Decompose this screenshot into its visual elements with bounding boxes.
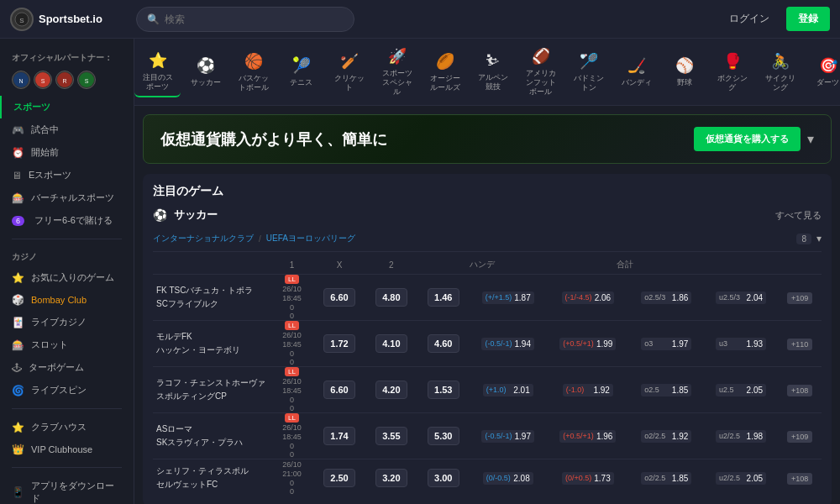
handi-2-1[interactable]: (+0.5/+1) 1.99 <box>547 321 629 367</box>
odds-btn-1-3[interactable]: 1.74 <box>323 427 355 445</box>
buy-crypto-button[interactable]: 仮想通貨を購入する <box>694 127 801 151</box>
odds-x-1[interactable]: 4.10 <box>365 321 417 367</box>
tab-tennis[interactable]: 🎾 テニス <box>278 51 324 92</box>
total-1-2[interactable]: o2.5 1.85 <box>629 367 704 413</box>
tab-cycling[interactable]: 🚴 サイクリング <box>757 47 803 97</box>
tab-basketball[interactable]: 🏀 バスケットボール <box>230 47 276 97</box>
more-4[interactable]: +108 <box>778 459 822 497</box>
sidebar-item-bombay[interactable]: 🎲 Bombay Club <box>0 289 134 311</box>
odds-btn-x-2[interactable]: 4.20 <box>375 381 407 399</box>
handi-2-0[interactable]: (-1/-4.5) 2.06 <box>547 275 629 321</box>
sidebar-item-favorites[interactable]: ⭐ お気に入りのゲーム <box>0 266 134 289</box>
tab-soccer[interactable]: ⚽ サッカー <box>182 51 228 92</box>
more-badge-3[interactable]: +109 <box>787 431 812 443</box>
tab-baseball[interactable]: ⚾ 野球 <box>661 51 707 92</box>
odds-btn-1-2[interactable]: 6.60 <box>323 381 355 399</box>
odds-1-3[interactable]: 1.74 <box>313 413 365 459</box>
sidebar-item-esports[interactable]: 🖥 Eスポーツ <box>0 164 134 186</box>
more-badge-0[interactable]: +109 <box>787 292 812 304</box>
odds-btn-x-4[interactable]: 3.20 <box>375 469 407 487</box>
odds-btn-2-3[interactable]: 5.30 <box>428 427 459 445</box>
sidebar-item-live-casino[interactable]: 🃏 ライブカジノ <box>0 311 134 333</box>
odds-x-2[interactable]: 4.20 <box>365 367 417 413</box>
handi-2-3[interactable]: (+0.5/+1) 1.96 <box>547 413 629 459</box>
handi-1-1[interactable]: (-0.5/-1) 1.94 <box>470 321 547 367</box>
odds-2-4[interactable]: 3.00 <box>417 459 470 497</box>
register-button[interactable]: 登録 <box>786 7 830 31</box>
tab-darts[interactable]: 🎯 ダーツ <box>805 51 840 92</box>
total-2-3[interactable]: u2/2.5 1.98 <box>704 413 779 459</box>
search-input[interactable] <box>165 13 344 25</box>
login-button[interactable]: ログイン <box>721 8 778 29</box>
sidebar-item-livespin[interactable]: 🌀 ライブスピン <box>0 379 134 402</box>
sidebar-item-vip[interactable]: 👑 VIP Clubhouse <box>0 438 134 460</box>
tab-bandy[interactable]: 🏒 バンディ <box>613 51 659 92</box>
sidebar-item-app-download[interactable]: 📱 アプリをダウンロード <box>0 475 134 504</box>
search-bar[interactable]: 🔍 <box>136 7 354 32</box>
league-competition-link[interactable]: UEFAヨーロッパリーグ <box>266 233 355 244</box>
promo-expand-icon[interactable]: ▾ <box>807 131 814 147</box>
total-1-1[interactable]: o3 1.97 <box>629 321 704 367</box>
tab-featured-sports[interactable]: ⭐ 注目のスポーツ <box>134 46 181 98</box>
sidebar-item-turbo[interactable]: 🕹 ターボゲーム <box>0 356 134 379</box>
odds-btn-x-0[interactable]: 4.80 <box>375 288 407 307</box>
handi-1-3[interactable]: (-0.5/-1) 1.97 <box>470 413 547 459</box>
more-2[interactable]: +108 <box>778 367 822 413</box>
more-badge-1[interactable]: +110 <box>787 339 812 350</box>
odds-2-2[interactable]: 1.53 <box>417 367 470 413</box>
odds-2-1[interactable]: 4.60 <box>417 321 470 367</box>
tab-cricket[interactable]: 🏏 クリケット <box>326 47 372 97</box>
more-1[interactable]: +110 <box>778 321 822 367</box>
total-2-0[interactable]: u2.5/3 2.04 <box>704 275 779 321</box>
total-2-4[interactable]: u2/2.5 2.05 <box>704 459 779 497</box>
odds-1-4[interactable]: 2.50 <box>313 459 365 497</box>
tab-sports-special[interactable]: 🚀 スポーツスペシャル <box>374 42 420 101</box>
total-2-1[interactable]: u3 1.93 <box>704 321 779 367</box>
tab-alpine[interactable]: ⛷ アルペン競技 <box>470 47 516 97</box>
odds-x-0[interactable]: 4.80 <box>365 275 417 321</box>
odds-1-0[interactable]: 6.60 <box>313 275 365 321</box>
odds-btn-2-1[interactable]: 4.60 <box>428 334 459 353</box>
odds-btn-x-3[interactable]: 3.55 <box>375 427 407 445</box>
sidebar-item-clubhouse[interactable]: ⭐ クラブハウス <box>0 416 134 438</box>
league-link[interactable]: インターナショナルクラブ <box>153 233 254 244</box>
sidebar-item-virtual[interactable]: 🎰 バーチャルスポーツ <box>0 186 134 209</box>
sidebar-item-free66[interactable]: 6 フリー6-6で賭ける <box>0 209 134 232</box>
tab-aussie-rules[interactable]: 🏉 オージールールズ <box>422 47 468 97</box>
odds-2-0[interactable]: 1.46 <box>417 275 470 321</box>
tab-boxing[interactable]: 🥊 ボクシング <box>709 47 755 97</box>
handi-2-4[interactable]: (0/+0.5) 1.73 <box>547 459 629 497</box>
sidebar-item-upcoming[interactable]: ⏰ 開始前 <box>0 141 134 164</box>
see-all-link[interactable]: すべて見る <box>775 209 822 222</box>
odds-btn-2-2[interactable]: 1.53 <box>428 381 459 399</box>
total-2-2[interactable]: u2.5 2.05 <box>704 367 779 413</box>
tab-badminton[interactable]: 🏸 バドミントン <box>565 47 612 97</box>
odds-2-3[interactable]: 5.30 <box>417 413 470 459</box>
odds-btn-1-1[interactable]: 1.72 <box>323 334 355 353</box>
total-1-3[interactable]: o2/2.5 1.92 <box>629 413 704 459</box>
odds-btn-2-4[interactable]: 3.00 <box>428 469 459 487</box>
handi-2-2[interactable]: (-1.0) 1.92 <box>547 367 629 413</box>
tab-american-football[interactable]: 🏈 アメリカンフットボール <box>517 42 564 101</box>
handi-1-0[interactable]: (+/+1.5) 1.87 <box>470 275 547 321</box>
sidebar-item-slots[interactable]: 🎰 スロット <box>0 333 134 356</box>
more-3[interactable]: +109 <box>778 413 822 459</box>
handi-1-4[interactable]: (0/-0.5) 2.08 <box>470 459 547 497</box>
total-1-4[interactable]: o2/2.5 1.85 <box>629 459 704 497</box>
handi-1-2[interactable]: (+1.0) 2.01 <box>470 367 547 413</box>
more-0[interactable]: +109 <box>778 275 822 321</box>
odds-btn-x-1[interactable]: 4.10 <box>375 334 407 353</box>
sidebar-item-live[interactable]: 🎮 試合中 <box>0 118 134 141</box>
odds-btn-1-0[interactable]: 6.60 <box>323 288 355 307</box>
odds-btn-1-4[interactable]: 2.50 <box>323 469 355 487</box>
total-1-0[interactable]: o2.5/3 1.86 <box>629 275 704 321</box>
odds-1-2[interactable]: 6.60 <box>313 367 365 413</box>
odds-x-4[interactable]: 3.20 <box>365 459 417 497</box>
league-expand-icon[interactable]: ▾ <box>816 233 822 244</box>
more-badge-2[interactable]: +108 <box>787 385 812 396</box>
odds-btn-2-0[interactable]: 1.46 <box>428 288 459 307</box>
more-badge-4[interactable]: +108 <box>787 473 812 485</box>
odds-1-1[interactable]: 1.72 <box>313 321 365 367</box>
sidebar-bombay-label: Bombay Club <box>31 295 87 305</box>
odds-x-3[interactable]: 3.55 <box>365 413 417 459</box>
